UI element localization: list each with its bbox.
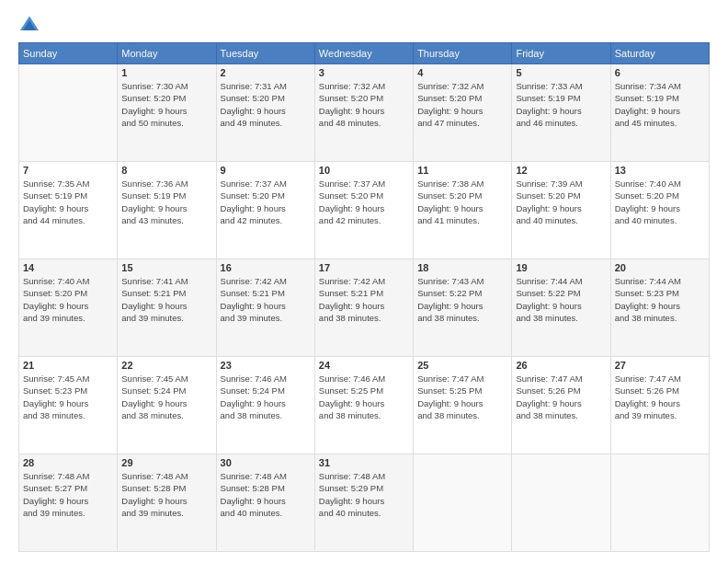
day-info: Sunrise: 7:34 AM Sunset: 5:19 PM Dayligh… [615, 80, 705, 129]
day-number: 3 [319, 67, 409, 78]
day-cell: 22Sunrise: 7:45 AM Sunset: 5:24 PM Dayli… [118, 357, 216, 454]
week-row-3: 21Sunrise: 7:45 AM Sunset: 5:23 PM Dayli… [19, 357, 710, 454]
day-cell: 5Sunrise: 7:33 AM Sunset: 5:19 PM Daylig… [512, 64, 610, 162]
day-number: 13 [615, 165, 705, 176]
day-cell: 19Sunrise: 7:44 AM Sunset: 5:22 PM Dayli… [512, 259, 610, 357]
day-cell: 1Sunrise: 7:30 AM Sunset: 5:20 PM Daylig… [118, 64, 216, 162]
day-info: Sunrise: 7:48 AM Sunset: 5:28 PM Dayligh… [121, 470, 211, 519]
day-info: Sunrise: 7:35 AM Sunset: 5:19 PM Dayligh… [23, 178, 113, 226]
header-cell-thursday: Thursday [414, 43, 512, 64]
day-cell: 28Sunrise: 7:48 AM Sunset: 5:27 PM Dayli… [19, 454, 118, 552]
calendar-body: 1Sunrise: 7:30 AM Sunset: 5:20 PM Daylig… [19, 64, 710, 552]
day-number: 4 [417, 67, 507, 78]
day-info: Sunrise: 7:31 AM Sunset: 5:20 PM Dayligh… [221, 80, 311, 129]
day-info: Sunrise: 7:30 AM Sunset: 5:20 PM Dayligh… [121, 80, 211, 129]
header-cell-sunday: Sunday [19, 43, 118, 64]
day-info: Sunrise: 7:44 AM Sunset: 5:22 PM Dayligh… [516, 275, 606, 324]
day-number: 17 [319, 262, 409, 273]
day-info: Sunrise: 7:40 AM Sunset: 5:20 PM Dayligh… [23, 275, 113, 324]
day-info: Sunrise: 7:41 AM Sunset: 5:21 PM Dayligh… [121, 275, 211, 324]
day-cell: 29Sunrise: 7:48 AM Sunset: 5:28 PM Dayli… [118, 454, 216, 552]
day-number: 6 [615, 67, 705, 78]
day-number: 16 [221, 262, 311, 273]
day-info: Sunrise: 7:37 AM Sunset: 5:20 PM Dayligh… [221, 178, 311, 226]
week-row-1: 7Sunrise: 7:35 AM Sunset: 5:19 PM Daylig… [19, 162, 710, 259]
day-number: 7 [23, 165, 113, 176]
day-cell: 14Sunrise: 7:40 AM Sunset: 5:20 PM Dayli… [19, 259, 118, 357]
day-cell: 3Sunrise: 7:32 AM Sunset: 5:20 PM Daylig… [314, 64, 413, 162]
day-info: Sunrise: 7:37 AM Sunset: 5:20 PM Dayligh… [319, 178, 409, 226]
day-cell: 23Sunrise: 7:46 AM Sunset: 5:24 PM Dayli… [216, 357, 314, 454]
day-cell: 13Sunrise: 7:40 AM Sunset: 5:20 PM Dayli… [610, 162, 709, 259]
day-number: 21 [23, 360, 113, 371]
day-cell [414, 454, 512, 552]
day-cell: 27Sunrise: 7:47 AM Sunset: 5:26 PM Dayli… [610, 357, 709, 454]
day-number: 31 [319, 457, 409, 468]
day-info: Sunrise: 7:45 AM Sunset: 5:23 PM Dayligh… [23, 373, 113, 421]
day-cell: 11Sunrise: 7:38 AM Sunset: 5:20 PM Dayli… [414, 162, 512, 259]
day-info: Sunrise: 7:42 AM Sunset: 5:21 PM Dayligh… [221, 275, 311, 324]
day-info: Sunrise: 7:48 AM Sunset: 5:29 PM Dayligh… [319, 470, 409, 519]
day-number: 24 [319, 360, 409, 371]
day-info: Sunrise: 7:47 AM Sunset: 5:26 PM Dayligh… [516, 373, 606, 421]
day-cell: 30Sunrise: 7:48 AM Sunset: 5:28 PM Dayli… [216, 454, 314, 552]
day-info: Sunrise: 7:43 AM Sunset: 5:22 PM Dayligh… [417, 275, 507, 324]
day-number: 8 [121, 165, 211, 176]
day-number: 25 [417, 360, 507, 371]
day-number: 29 [121, 457, 211, 468]
day-info: Sunrise: 7:47 AM Sunset: 5:26 PM Dayligh… [615, 373, 705, 421]
day-info: Sunrise: 7:42 AM Sunset: 5:21 PM Dayligh… [319, 275, 409, 324]
day-info: Sunrise: 7:39 AM Sunset: 5:20 PM Dayligh… [516, 178, 606, 226]
day-number: 18 [417, 262, 507, 273]
day-cell [19, 64, 118, 162]
day-cell: 2Sunrise: 7:31 AM Sunset: 5:20 PM Daylig… [216, 64, 314, 162]
header-cell-wednesday: Wednesday [314, 43, 413, 64]
day-number: 9 [221, 165, 311, 176]
day-cell [512, 454, 610, 552]
day-cell: 4Sunrise: 7:32 AM Sunset: 5:20 PM Daylig… [414, 64, 512, 162]
day-cell: 6Sunrise: 7:34 AM Sunset: 5:19 PM Daylig… [610, 64, 709, 162]
day-number: 30 [221, 457, 311, 468]
day-info: Sunrise: 7:38 AM Sunset: 5:20 PM Dayligh… [417, 178, 507, 226]
week-row-4: 28Sunrise: 7:48 AM Sunset: 5:27 PM Dayli… [19, 454, 710, 552]
header [18, 15, 710, 33]
day-info: Sunrise: 7:32 AM Sunset: 5:20 PM Dayligh… [319, 80, 409, 129]
day-cell: 25Sunrise: 7:47 AM Sunset: 5:25 PM Dayli… [414, 357, 512, 454]
day-number: 19 [516, 262, 606, 273]
day-number: 27 [615, 360, 705, 371]
day-cell: 10Sunrise: 7:37 AM Sunset: 5:20 PM Dayli… [314, 162, 413, 259]
day-cell: 17Sunrise: 7:42 AM Sunset: 5:21 PM Dayli… [314, 259, 413, 357]
day-number: 5 [516, 67, 606, 78]
day-number: 22 [121, 360, 211, 371]
day-info: Sunrise: 7:46 AM Sunset: 5:24 PM Dayligh… [221, 373, 311, 421]
day-info: Sunrise: 7:36 AM Sunset: 5:19 PM Dayligh… [121, 178, 211, 226]
day-number: 14 [23, 262, 113, 273]
day-number: 26 [516, 360, 606, 371]
day-info: Sunrise: 7:33 AM Sunset: 5:19 PM Dayligh… [516, 80, 606, 129]
day-number: 20 [615, 262, 705, 273]
header-cell-saturday: Saturday [610, 43, 709, 64]
day-cell: 24Sunrise: 7:46 AM Sunset: 5:25 PM Dayli… [314, 357, 413, 454]
day-number: 11 [417, 165, 507, 176]
day-number: 15 [121, 262, 211, 273]
day-cell: 26Sunrise: 7:47 AM Sunset: 5:26 PM Dayli… [512, 357, 610, 454]
day-info: Sunrise: 7:47 AM Sunset: 5:25 PM Dayligh… [417, 373, 507, 421]
header-row: SundayMondayTuesdayWednesdayThursdayFrid… [19, 43, 710, 64]
calendar-table: SundayMondayTuesdayWednesdayThursdayFrid… [18, 42, 710, 552]
day-number: 10 [319, 165, 409, 176]
day-info: Sunrise: 7:44 AM Sunset: 5:23 PM Dayligh… [615, 275, 705, 324]
day-info: Sunrise: 7:40 AM Sunset: 5:20 PM Dayligh… [615, 178, 705, 226]
day-number: 12 [516, 165, 606, 176]
day-cell: 18Sunrise: 7:43 AM Sunset: 5:22 PM Dayli… [414, 259, 512, 357]
day-info: Sunrise: 7:48 AM Sunset: 5:28 PM Dayligh… [221, 470, 311, 519]
day-cell: 9Sunrise: 7:37 AM Sunset: 5:20 PM Daylig… [216, 162, 314, 259]
logo-icon [18, 15, 40, 33]
day-cell: 8Sunrise: 7:36 AM Sunset: 5:19 PM Daylig… [118, 162, 216, 259]
day-info: Sunrise: 7:46 AM Sunset: 5:25 PM Dayligh… [319, 373, 409, 421]
day-cell: 31Sunrise: 7:48 AM Sunset: 5:29 PM Dayli… [314, 454, 413, 552]
day-cell: 15Sunrise: 7:41 AM Sunset: 5:21 PM Dayli… [118, 259, 216, 357]
day-number: 23 [221, 360, 311, 371]
day-cell: 21Sunrise: 7:45 AM Sunset: 5:23 PM Dayli… [19, 357, 118, 454]
page: SundayMondayTuesdayWednesdayThursdayFrid… [0, 0, 728, 563]
day-number: 28 [23, 457, 113, 468]
